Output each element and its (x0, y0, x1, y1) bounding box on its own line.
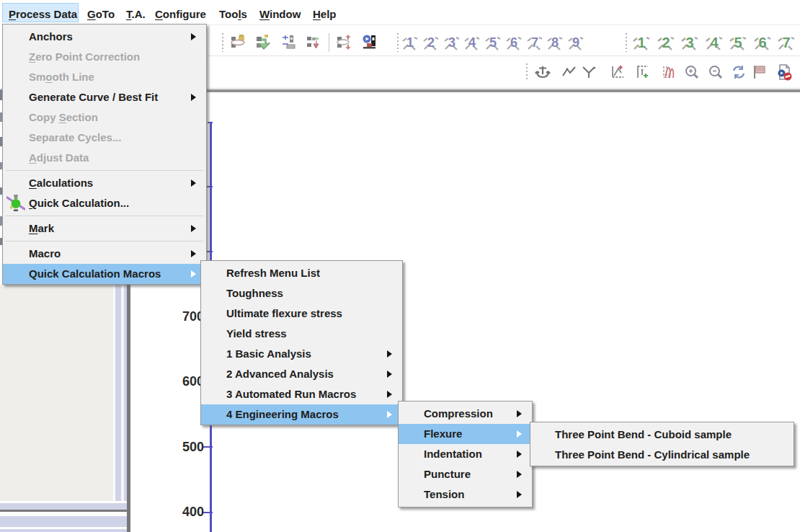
svg-text:4: 4 (468, 35, 476, 50)
svg-text:1: 1 (637, 35, 645, 50)
svg-text:7: 7 (531, 35, 538, 50)
svg-text:5: 5 (734, 35, 742, 50)
svg-text:5: 5 (489, 35, 497, 50)
svg-text:6: 6 (758, 35, 766, 50)
svg-text:1: 1 (406, 35, 414, 50)
svg-text:8: 8 (551, 35, 559, 50)
svg-text:9: 9 (572, 35, 579, 50)
svg-text:6: 6 (510, 35, 517, 50)
svg-text:2: 2 (427, 35, 435, 50)
svg-text:3: 3 (448, 35, 455, 50)
svg-text:2: 2 (662, 35, 670, 50)
svg-text:3: 3 (685, 35, 693, 50)
svg-text:7: 7 (782, 35, 790, 50)
svg-text:4: 4 (710, 35, 719, 50)
